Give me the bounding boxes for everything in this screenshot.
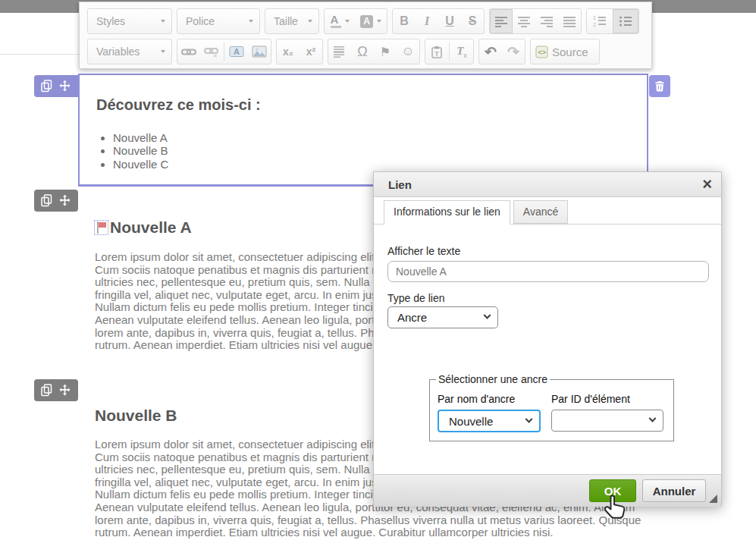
police-dropdown[interactable]: Police — [177, 8, 260, 34]
smiley-button[interactable]: ☺ — [397, 39, 419, 64]
styles-dropdown[interactable]: Styles — [87, 8, 172, 34]
horizontal-rule-button[interactable] — [328, 39, 351, 64]
list-group: 12 — [586, 8, 639, 34]
paste-text-button[interactable]: T — [425, 39, 448, 64]
close-icon[interactable]: × — [702, 177, 712, 192]
taille-dropdown[interactable]: Taille — [265, 8, 319, 34]
underline-button[interactable]: U — [438, 9, 461, 33]
list-item[interactable]: Nouvelle A — [113, 131, 168, 144]
editor-toolbar: Styles Police Taille A A — [79, 2, 652, 69]
background-color-icon: A — [360, 15, 373, 28]
image-button[interactable] — [248, 39, 271, 64]
cancel-button[interactable]: Annuler — [642, 479, 706, 502]
move-icon — [58, 384, 71, 397]
display-text-label: Afficher le texte — [387, 245, 460, 257]
section-b-heading: Nouvelle B — [95, 407, 177, 425]
overview-list: Nouvelle A Nouvelle B Nouvelle C — [113, 131, 168, 171]
selected-widget-overview[interactable]: Découvrez ce mois-ci : Nouvelle A Nouvel… — [78, 74, 648, 187]
remove-format-icon: Tx — [456, 44, 467, 59]
divider-line — [0, 54, 79, 55]
separator — [224, 42, 224, 61]
widget-drag-handle[interactable] — [34, 190, 78, 212]
special-char-button[interactable]: Ω — [351, 39, 374, 64]
section-b-heading-row: Nouvelle B — [95, 407, 177, 425]
numbered-list-button[interactable]: 12 — [587, 9, 613, 33]
chevron-down-icon — [161, 50, 165, 53]
color-group: A A — [324, 8, 387, 34]
styles-label: Styles — [96, 15, 125, 27]
align-center-button[interactable] — [513, 9, 535, 33]
by-id-label: Par ID d'élément — [551, 393, 663, 405]
remove-format-button[interactable]: Tx — [450, 39, 473, 64]
move-icon — [58, 194, 71, 207]
align-left-icon — [495, 16, 508, 27]
background-color-button[interactable]: A — [355, 9, 387, 33]
link-dialog: Lien × Informations sur le lien Avancé A… — [373, 171, 722, 507]
align-right-button[interactable] — [535, 9, 558, 33]
anchor-button[interactable]: ⚑ — [374, 39, 397, 64]
variables-dropdown[interactable]: Variables — [87, 39, 172, 64]
list-item[interactable]: Nouvelle C — [113, 158, 168, 171]
variables-label: Variables — [96, 46, 140, 58]
bulleted-list-button[interactable] — [613, 9, 638, 33]
toolbar-row-1: Styles Police Taille A A — [83, 6, 648, 36]
delete-widget-button[interactable] — [649, 75, 670, 97]
italic-icon: I — [425, 14, 429, 28]
by-name-label: Par nom d'ancre — [438, 393, 541, 405]
subscript-button[interactable]: x₂ — [277, 39, 300, 64]
undo-icon: ↶ — [485, 43, 497, 61]
screen: Styles Police Taille A A — [0, 0, 756, 559]
widget-drag-handle[interactable] — [34, 379, 78, 401]
bold-button[interactable]: B — [393, 9, 416, 33]
anchor-by-id-column: Par ID d'élément — [551, 390, 663, 432]
link-button[interactable] — [177, 39, 200, 64]
unlink-icon: ✕ — [204, 46, 219, 58]
superscript-button[interactable]: x² — [300, 39, 322, 64]
textbox-button[interactable]: A — [225, 39, 248, 64]
bulleted-list-icon — [619, 15, 632, 27]
svg-text:T: T — [434, 49, 439, 57]
dialog-title-bar[interactable]: Lien × — [374, 172, 721, 197]
list-item[interactable]: Nouvelle B — [113, 144, 168, 157]
text-color-button[interactable]: A — [325, 9, 355, 33]
align-left-button[interactable] — [490, 9, 513, 33]
anchor-marker[interactable] — [94, 220, 108, 235]
display-text-input[interactable] — [387, 261, 709, 282]
paste-text-icon: T — [430, 46, 444, 58]
redo-button[interactable]: ↷ — [502, 39, 525, 64]
italic-button[interactable]: I — [416, 9, 438, 33]
chevron-down-icon — [649, 415, 657, 422]
svg-text:1: 1 — [593, 15, 596, 20]
link-type-value: Ancre — [397, 311, 427, 324]
unlink-button[interactable]: ✕ — [200, 39, 223, 64]
anchor-id-select[interactable] — [551, 410, 663, 432]
chevron-down-icon — [377, 20, 381, 23]
source-label: Source — [552, 46, 588, 58]
anchor-name-select[interactable]: Nouvelle — [438, 410, 541, 432]
source-button[interactable]: <> Source — [531, 39, 599, 64]
separator — [449, 42, 450, 61]
underline-icon: U — [445, 14, 454, 28]
dialog-footer: OK Annuler — [374, 474, 721, 507]
tab-link-info[interactable]: Informations sur le lien — [384, 200, 510, 225]
svg-text:<>: <> — [538, 49, 546, 56]
tab-advanced[interactable]: Avancé — [513, 200, 568, 224]
source-icon: <> — [535, 46, 548, 58]
svg-text:2: 2 — [593, 22, 596, 27]
omega-icon: Ω — [357, 44, 367, 60]
resize-handle[interactable] — [709, 495, 717, 503]
strikethrough-button[interactable]: S — [461, 9, 484, 33]
source-group: <> Source — [530, 39, 600, 64]
chevron-down-icon — [249, 20, 253, 23]
textbox-icon: A — [229, 46, 244, 58]
chevron-down-icon — [525, 415, 533, 422]
link-type-select[interactable]: Ancre — [387, 306, 498, 328]
image-icon — [252, 46, 267, 58]
overview-heading: Découvrez ce mois-ci : — [96, 96, 261, 114]
undo-button[interactable]: ↶ — [479, 39, 502, 64]
widget-drag-handle[interactable] — [34, 75, 78, 97]
link-type-label: Type de lien — [387, 292, 445, 304]
subscript-icon: x₂ — [283, 46, 293, 58]
align-justify-button[interactable] — [558, 9, 581, 33]
align-center-icon — [518, 16, 531, 27]
